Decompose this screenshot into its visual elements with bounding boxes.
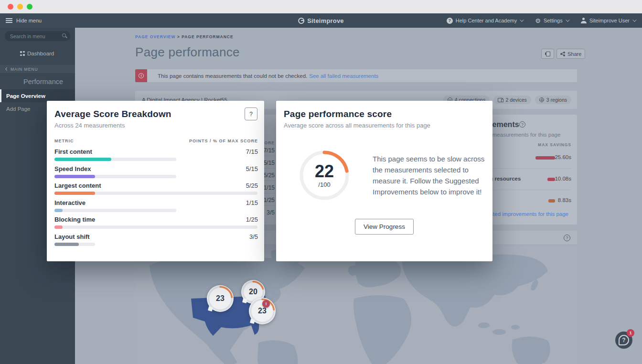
metric-progress-fill <box>54 209 63 212</box>
titlebar <box>0 0 642 13</box>
breadcrumb: PAGE OVERVIEW > PAGE PERFORMANCE <box>135 34 234 39</box>
metric-label: Largest content <box>54 182 101 189</box>
map-alert-pin[interactable]: ! <box>262 300 270 308</box>
bg-breakdown-value: 3/5 <box>267 209 275 216</box>
score-modal-subtitle: Average score across all measurements fo… <box>284 122 485 129</box>
score-modal-title: Page performance score <box>284 109 485 119</box>
question-bubble-icon: ? <box>619 335 629 345</box>
top-navbar: Hide menu Siteimprove ? Help Center and … <box>0 13 642 28</box>
exclamation-icon: ! <box>139 73 144 78</box>
see-failed-measurements-link[interactable]: See all failed measurements <box>309 73 378 79</box>
bg-breakdown-value: 1/25 <box>264 197 275 203</box>
info-icon[interactable]: ? <box>519 121 525 128</box>
bg-breakdown-value: 5/15 <box>264 160 275 166</box>
savings-bar <box>535 156 555 160</box>
savings-bar <box>547 178 555 181</box>
print-button[interactable] <box>541 49 554 59</box>
metric-row: Layout shift3/5 <box>54 233 258 246</box>
metric-label: Layout shift <box>54 233 90 240</box>
user-menu[interactable]: Siteimprove User <box>581 18 635 23</box>
breakdown-help-button[interactable]: ? <box>245 107 257 120</box>
badge-2-devices[interactable]: 2 devices <box>493 96 531 104</box>
metric-label: First content <box>54 148 92 155</box>
gear-icon: ⚙ <box>535 17 541 24</box>
help-center-menu[interactable]: ? Help Center and Academy <box>447 18 523 24</box>
metric-progress-track <box>54 209 176 212</box>
savings-value: 10.08s <box>555 176 571 182</box>
siteimprove-logo: Siteimprove <box>298 13 344 28</box>
dashboard-label: Dashboard <box>27 51 54 56</box>
sidebar-item-dashboard[interactable]: Dashboard <box>0 47 75 60</box>
metric-progress-fill <box>54 192 95 195</box>
hide-menu-label: Hide menu <box>16 18 42 23</box>
metric-row: Largest content5/25 <box>54 182 258 195</box>
marker-score: 20 <box>249 288 257 296</box>
metric-score: 1/15 <box>246 199 258 206</box>
marker-score: 23 <box>258 307 267 315</box>
metric-row: Blocking time1/25 <box>54 216 258 229</box>
metric-score: 5/25 <box>246 182 258 189</box>
sidebar-main-menu-back[interactable]: MAIN MENU <box>0 65 75 73</box>
breakdown-modal-title: Average Score Breakdown <box>54 109 258 119</box>
badge-3-regions[interactable]: 3 regions <box>535 96 571 104</box>
breadcrumb-page-performance: PAGE PERFORMANCE <box>182 34 233 39</box>
savings-value: 25.60s <box>555 154 571 160</box>
minimize-window-button[interactable] <box>17 4 23 10</box>
score-value: 22 <box>315 163 334 180</box>
settings-menu[interactable]: ⚙ Settings <box>535 17 568 24</box>
savings-value: 8.83s <box>558 197 571 203</box>
metric-progress-track <box>54 225 257 229</box>
metric-label: Speed Index <box>54 165 91 172</box>
average-score-breakdown-modal: Average Score Breakdown Across 24 measur… <box>47 101 264 261</box>
metric-progress-track <box>54 175 176 178</box>
support-chat-button[interactable]: ? 1 <box>615 332 632 349</box>
view-progress-button[interactable]: View Progress <box>355 219 414 235</box>
map-help-icon[interactable]: ? <box>564 235 570 241</box>
metric-score: 7/15 <box>246 148 258 155</box>
metric-progress-fill <box>54 243 79 246</box>
alert-flag: ! <box>135 69 147 82</box>
marker-score: 23 <box>216 294 225 303</box>
metric-label: Interactive <box>54 199 86 206</box>
banner-text: This page contains measurements that cou… <box>158 73 307 79</box>
bg-breakdown-value: 5/25 <box>264 172 275 179</box>
points-column-header: POINTS / % OF MAX SCORE <box>189 139 258 143</box>
page-title: Page performance <box>135 45 240 60</box>
sidebar-section-performance: Performance <box>0 73 75 89</box>
search-icon <box>62 33 66 37</box>
badge-label: 2 devices <box>505 97 526 103</box>
savings-bar <box>548 199 555 203</box>
marker-bubble: 23 <box>207 285 234 312</box>
metric-column-header: METRIC <box>54 139 74 143</box>
close-window-button[interactable] <box>8 4 13 10</box>
score-gauge: 22 /100 <box>298 149 351 202</box>
metric-row: Interactive1/15 <box>54 199 258 212</box>
regions-icon <box>539 97 544 102</box>
help-center-label: Help Center and Academy <box>456 18 517 23</box>
failed-measurements-banner: ! This page contains measurements that c… <box>135 69 577 82</box>
share-icon <box>560 52 565 56</box>
metric-row: Speed Index5/15 <box>54 165 258 178</box>
sidebar-item-page-overview[interactable]: Page Overview <box>0 89 75 102</box>
metric-score: 5/15 <box>246 165 258 172</box>
search-input[interactable] <box>5 31 70 41</box>
chevron-down-icon <box>520 18 524 21</box>
app-window: Hide menu Siteimprove ? Help Center and … <box>0 0 642 364</box>
score-message: This page seems to be slow across the me… <box>373 153 485 198</box>
zoom-window-button[interactable] <box>27 4 32 10</box>
breakdown-modal-subtitle: Across 24 measurements <box>54 122 258 129</box>
metric-label: Blocking time <box>54 216 95 223</box>
metric-progress-track <box>54 158 176 161</box>
map-score-marker[interactable]: 23 <box>207 285 234 312</box>
breadcrumb-page-overview[interactable]: PAGE OVERVIEW <box>135 34 175 39</box>
hide-menu-button[interactable]: Hide menu <box>6 13 42 28</box>
bg-breakdown-value: 1/15 <box>264 184 275 191</box>
metric-row: First content7/15 <box>54 148 258 161</box>
siteimprove-logo-text: Siteimprove <box>307 17 344 24</box>
share-button[interactable]: Share <box>556 49 585 59</box>
dashboard-grid-icon <box>20 51 25 56</box>
share-label: Share <box>567 51 581 57</box>
max-savings-header: MAX SAVINGS <box>538 142 571 147</box>
world-map-continents <box>135 245 577 364</box>
metric-score: 3/5 <box>249 233 258 240</box>
